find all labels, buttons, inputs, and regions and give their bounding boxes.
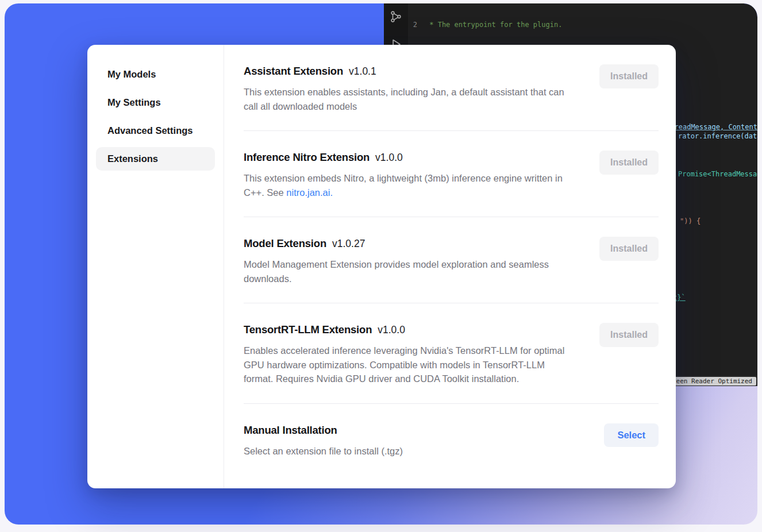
extension-version: v1.0.27 bbox=[332, 238, 365, 249]
line-number: 2 bbox=[408, 20, 425, 30]
extension-info: TensortRT-LLM Extensionv1.0.0 Enables ac… bbox=[244, 323, 576, 386]
sidebar-item-advanced-settings[interactable]: Advanced Settings bbox=[96, 119, 215, 142]
extension-description: Model Management Extension provides mode… bbox=[244, 257, 576, 286]
sidebar-item-extensions[interactable]: Extensions bbox=[96, 147, 215, 171]
installed-button[interactable]: Installed bbox=[599, 151, 659, 175]
code-text: * The entrypoint for the plugin. bbox=[425, 20, 562, 30]
extension-name: TensortRT-LLM Extension bbox=[244, 323, 372, 336]
extension-row-tensorrt-llm: TensortRT-LLM Extensionv1.0.0 Enables ac… bbox=[244, 303, 659, 404]
extension-name: Inference Nitro Extension bbox=[244, 151, 370, 163]
extension-version: v1.0.0 bbox=[375, 152, 403, 163]
manual-installation-info: Manual Installation Select an extension … bbox=[244, 423, 576, 458]
manual-installation-description: Select an extension file to install (.tg… bbox=[244, 444, 576, 458]
select-file-button[interactable]: Select bbox=[604, 423, 659, 447]
extension-row-assistant: Assistant Extensionv1.0.1 This extension… bbox=[244, 45, 659, 131]
settings-sidebar: My Models My Settings Advanced Settings … bbox=[87, 45, 224, 488]
extension-description: This extension embeds Nitro, a lightweig… bbox=[244, 171, 576, 199]
extension-row-model: Model Extensionv1.0.27 Model Management … bbox=[244, 217, 659, 303]
nitro-jan-ai-link[interactable]: nitro.jan.ai. bbox=[286, 187, 333, 198]
manual-installation-row: Manual Installation Select an extension … bbox=[244, 404, 659, 476]
extension-row-inference-nitro: Inference Nitro Extensionv1.0.0 This ext… bbox=[244, 131, 659, 217]
extension-version: v1.0.1 bbox=[349, 65, 376, 77]
sidebar-item-my-settings[interactable]: My Settings bbox=[96, 91, 215, 114]
installed-button[interactable]: Installed bbox=[599, 237, 659, 261]
settings-modal: My Models My Settings Advanced Settings … bbox=[87, 45, 676, 488]
extension-title: TensortRT-LLM Extensionv1.0.0 bbox=[244, 323, 576, 337]
code-fragment: rator.inference(data)); bbox=[678, 132, 757, 140]
extension-info: Model Extensionv1.0.27 Model Management … bbox=[244, 237, 576, 286]
extension-name: Assistant Extension bbox=[244, 65, 343, 77]
extension-description: This extension enables assistants, inclu… bbox=[244, 85, 576, 113]
code-fragment: Promise<ThreadMessage> bbox=[678, 170, 757, 178]
source-control-icon[interactable] bbox=[390, 10, 402, 23]
extensions-panel: Assistant Extensionv1.0.1 This extension… bbox=[224, 45, 676, 488]
extension-name: Model Extension bbox=[244, 237, 326, 249]
installed-button[interactable]: Installed bbox=[599, 64, 659, 88]
manual-installation-title: Manual Installation bbox=[244, 423, 576, 437]
extension-info: Inference Nitro Extensionv1.0.0 This ext… bbox=[244, 151, 576, 199]
sidebar-item-my-models[interactable]: My Models bbox=[96, 63, 215, 86]
code-line: 2 * The entrypoint for the plugin. bbox=[408, 20, 757, 30]
extension-title: Assistant Extensionv1.0.1 bbox=[244, 64, 576, 78]
extension-title: Inference Nitro Extensionv1.0.0 bbox=[244, 151, 576, 164]
extension-description: Enables accelerated inference leveraging… bbox=[244, 344, 576, 386]
extension-title: Model Extensionv1.0.27 bbox=[244, 237, 576, 250]
extension-version: v1.0.0 bbox=[378, 324, 405, 336]
code-fragment: ")) { bbox=[680, 217, 701, 225]
extension-info: Assistant Extensionv1.0.1 This extension… bbox=[244, 64, 576, 113]
installed-button[interactable]: Installed bbox=[599, 323, 659, 347]
